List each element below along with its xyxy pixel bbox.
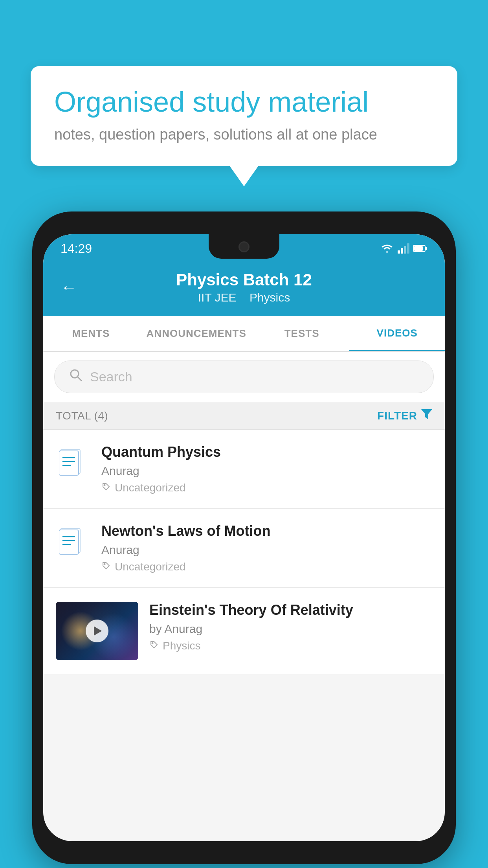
svg-marker-9 bbox=[421, 409, 432, 419]
filter-button[interactable]: FILTER bbox=[377, 409, 432, 422]
tab-tests[interactable]: TESTS bbox=[254, 316, 350, 351]
svg-rect-14 bbox=[59, 530, 79, 554]
video-tag: Uncategorized bbox=[101, 482, 432, 494]
signal-icon bbox=[398, 243, 409, 254]
search-placeholder: Search bbox=[90, 369, 132, 384]
tag-icon bbox=[101, 561, 111, 573]
bubble-subtitle: notes, question papers, solutions all at… bbox=[54, 126, 434, 143]
svg-line-8 bbox=[78, 377, 81, 381]
svg-point-15 bbox=[104, 564, 105, 565]
list-item[interactable]: Newton's Laws of Motion Anurag Uncategor… bbox=[43, 509, 445, 588]
video-author: Anurag bbox=[101, 543, 432, 557]
tag-label: Uncategorized bbox=[115, 482, 186, 494]
search-icon bbox=[69, 368, 83, 386]
svg-rect-2 bbox=[404, 246, 406, 254]
phone-frame: 14:29 bbox=[32, 211, 456, 864]
filter-icon bbox=[421, 409, 432, 422]
video-info: Einstein's Theory Of Relativity by Anura… bbox=[149, 602, 432, 652]
search-bar[interactable]: Search bbox=[54, 360, 434, 393]
total-count: TOTAL (4) bbox=[56, 410, 108, 422]
svg-rect-1 bbox=[401, 248, 403, 254]
video-title: Einstein's Theory Of Relativity bbox=[149, 602, 432, 618]
wifi-icon bbox=[380, 243, 394, 254]
tab-ments[interactable]: MENTS bbox=[43, 316, 139, 351]
tab-announcements[interactable]: ANNOUNCEMENTS bbox=[139, 316, 254, 351]
tab-videos[interactable]: VIDEOS bbox=[349, 316, 445, 352]
play-triangle-icon bbox=[94, 626, 102, 636]
tag-icon bbox=[149, 640, 159, 652]
filter-bar: TOTAL (4) FILTER bbox=[43, 402, 445, 430]
list-item[interactable]: Quantum Physics Anurag Uncategorized bbox=[43, 430, 445, 509]
tabs-bar: MENTS ANNOUNCEMENTS TESTS VIDEOS bbox=[43, 316, 445, 352]
battery-icon bbox=[413, 245, 427, 252]
video-info: Quantum Physics Anurag Uncategorized bbox=[101, 444, 432, 494]
back-button[interactable]: ← bbox=[61, 279, 77, 296]
speech-bubble: Organised study material notes, question… bbox=[31, 66, 457, 166]
svg-rect-6 bbox=[414, 246, 423, 251]
tag-label: Physics bbox=[163, 640, 200, 652]
svg-rect-3 bbox=[407, 243, 409, 254]
video-tag: Physics bbox=[149, 640, 432, 652]
batch-subtitle: IIT JEE Physics bbox=[89, 291, 399, 304]
video-title: Newton's Laws of Motion bbox=[101, 523, 432, 539]
status-time: 14:29 bbox=[61, 241, 92, 256]
status-icons bbox=[380, 243, 427, 254]
svg-rect-11 bbox=[59, 451, 79, 475]
svg-rect-0 bbox=[398, 250, 400, 254]
camera bbox=[238, 241, 250, 252]
video-author: by Anurag bbox=[149, 622, 432, 636]
svg-rect-5 bbox=[425, 247, 427, 250]
phone-screen: 14:29 bbox=[43, 234, 445, 841]
notch bbox=[209, 234, 279, 259]
file-icon bbox=[56, 525, 90, 560]
video-title: Quantum Physics bbox=[101, 444, 432, 460]
header-text: Physics Batch 12 IIT JEE Physics bbox=[89, 270, 399, 304]
video-thumbnail bbox=[56, 602, 138, 660]
file-icon bbox=[56, 446, 90, 481]
play-button[interactable] bbox=[86, 620, 108, 642]
video-list: Quantum Physics Anurag Uncategorized bbox=[43, 430, 445, 674]
svg-point-12 bbox=[104, 485, 105, 486]
video-info: Newton's Laws of Motion Anurag Uncategor… bbox=[101, 523, 432, 573]
subtitle-part2: Physics bbox=[250, 291, 290, 304]
subtitle-part1: IIT JEE bbox=[198, 291, 237, 304]
filter-label: FILTER bbox=[377, 410, 417, 422]
video-author: Anurag bbox=[101, 464, 432, 478]
svg-point-16 bbox=[152, 643, 153, 644]
bubble-title: Organised study material bbox=[54, 86, 434, 118]
app-header: ← Physics Batch 12 IIT JEE Physics bbox=[43, 263, 445, 316]
video-tag: Uncategorized bbox=[101, 561, 432, 573]
tag-label: Uncategorized bbox=[115, 561, 186, 573]
tag-icon bbox=[101, 482, 111, 494]
list-item[interactable]: Einstein's Theory Of Relativity by Anura… bbox=[43, 588, 445, 674]
batch-title: Physics Batch 12 bbox=[89, 270, 399, 289]
search-bar-container: Search bbox=[43, 352, 445, 402]
